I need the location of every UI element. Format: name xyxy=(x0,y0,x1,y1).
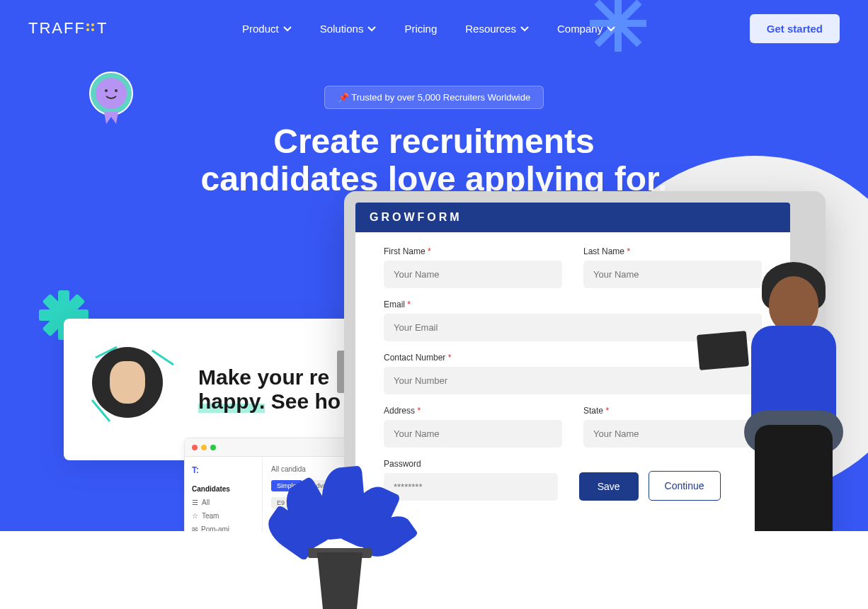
nav-product[interactable]: Product xyxy=(242,23,292,35)
hero-section: TRAFFT Product Solutions Pricing Resourc… xyxy=(0,0,868,531)
mini-sidebar-title: Candidates xyxy=(192,482,255,496)
form-brand: GROWFORM xyxy=(355,203,790,232)
main-nav: TRAFFT Product Solutions Pricing Resourc… xyxy=(0,0,868,57)
avatar-decoration xyxy=(92,347,177,432)
plant-illustration xyxy=(269,411,411,609)
last-name-label: Last Name * xyxy=(583,246,762,256)
first-name-input[interactable] xyxy=(384,261,562,288)
mini-item: ☰ All xyxy=(192,496,255,509)
save-button[interactable]: Save xyxy=(579,472,639,501)
chevron-down-icon xyxy=(520,26,529,32)
svg-point-1 xyxy=(91,23,94,26)
svg-point-2 xyxy=(86,28,89,31)
nav-company[interactable]: Company xyxy=(557,23,615,35)
person-illustration xyxy=(719,262,861,531)
hero-title: Create recruitments candidates love appl… xyxy=(0,123,868,198)
logo-dots-icon xyxy=(84,20,97,38)
mini-item: ✉ Pom-ami xyxy=(192,523,255,531)
avatar xyxy=(92,347,163,418)
mini-item: ☆ Team xyxy=(192,509,255,523)
nav-pricing[interactable]: Pricing xyxy=(404,23,437,35)
nav-links: Product Solutions Pricing Resources Comp… xyxy=(242,23,615,35)
mini-logo: T: xyxy=(192,465,255,475)
chevron-down-icon xyxy=(367,26,376,32)
email-label: Email * xyxy=(384,300,762,309)
nav-resources[interactable]: Resources xyxy=(465,23,529,35)
chevron-down-icon xyxy=(607,26,615,32)
svg-point-3 xyxy=(91,28,94,31)
card-title: Make your re happy. See ho xyxy=(198,365,341,414)
nav-solutions[interactable]: Solutions xyxy=(320,23,377,35)
continue-button[interactable]: Continue xyxy=(649,471,721,501)
contact-input[interactable] xyxy=(384,367,762,394)
trust-badge: 📌 Trusted by over 5,000 Recruiters World… xyxy=(324,86,544,109)
logo-text: TRAFF xyxy=(28,19,86,37)
chevron-down-icon xyxy=(283,26,292,32)
first-name-label: First Name * xyxy=(384,246,562,256)
logo-t: T xyxy=(97,19,108,37)
tablet-side-button xyxy=(337,351,344,393)
logo[interactable]: TRAFFT xyxy=(28,19,108,38)
get-started-button[interactable]: Get started xyxy=(750,14,840,43)
svg-point-0 xyxy=(86,23,89,26)
